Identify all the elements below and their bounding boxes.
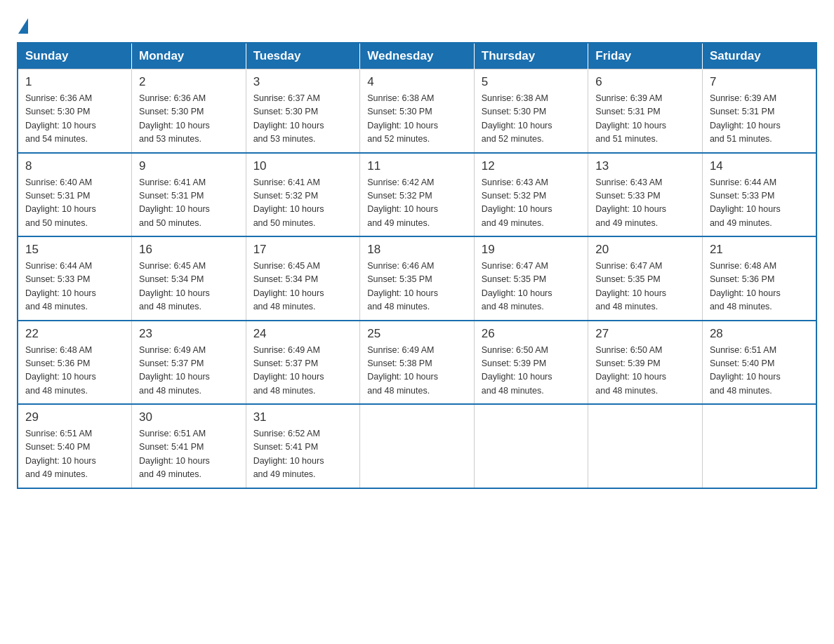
column-header-thursday: Thursday: [474, 43, 588, 69]
calendar-cell: 16 Sunrise: 6:45 AM Sunset: 5:34 PM Dayl…: [132, 236, 246, 321]
day-info: Sunrise: 6:52 AM Sunset: 5:41 PM Dayligh…: [253, 427, 353, 482]
day-info: Sunrise: 6:38 AM Sunset: 5:30 PM Dayligh…: [367, 92, 467, 147]
calendar-cell: 12 Sunrise: 6:43 AM Sunset: 5:32 PM Dayl…: [474, 153, 588, 237]
calendar-cell: 13 Sunrise: 6:43 AM Sunset: 5:33 PM Dayl…: [588, 153, 703, 237]
day-number: 24: [253, 327, 353, 341]
calendar-cell: 19 Sunrise: 6:47 AM Sunset: 5:35 PM Dayl…: [474, 236, 588, 321]
day-info: Sunrise: 6:45 AM Sunset: 5:34 PM Dayligh…: [139, 260, 239, 314]
day-number: 11: [367, 159, 467, 173]
day-info: Sunrise: 6:49 AM Sunset: 5:37 PM Dayligh…: [139, 344, 239, 398]
day-info: Sunrise: 6:41 AM Sunset: 5:31 PM Dayligh…: [139, 176, 239, 231]
calendar-cell: [588, 404, 703, 488]
day-info: Sunrise: 6:51 AM Sunset: 5:40 PM Dayligh…: [710, 344, 809, 398]
calendar-cell: 26 Sunrise: 6:50 AM Sunset: 5:39 PM Dayl…: [474, 321, 588, 405]
day-number: 6: [595, 75, 695, 89]
column-header-wednesday: Wednesday: [360, 43, 475, 69]
calendar-cell: 2 Sunrise: 6:36 AM Sunset: 5:30 PM Dayli…: [132, 69, 246, 153]
day-info: Sunrise: 6:38 AM Sunset: 5:30 PM Dayligh…: [482, 92, 581, 147]
week-row-4: 22 Sunrise: 6:48 AM Sunset: 5:36 PM Dayl…: [18, 321, 816, 405]
calendar-cell: 29 Sunrise: 6:51 AM Sunset: 5:40 PM Dayl…: [18, 404, 132, 488]
day-info: Sunrise: 6:37 AM Sunset: 5:30 PM Dayligh…: [253, 92, 353, 147]
page-header: [17, 17, 817, 31]
calendar-cell: 23 Sunrise: 6:49 AM Sunset: 5:37 PM Dayl…: [132, 321, 246, 405]
calendar-cell: 9 Sunrise: 6:41 AM Sunset: 5:31 PM Dayli…: [132, 153, 246, 237]
day-number: 30: [139, 410, 239, 424]
day-number: 31: [253, 410, 353, 424]
day-number: 23: [139, 327, 239, 341]
calendar-cell: 25 Sunrise: 6:49 AM Sunset: 5:38 PM Dayl…: [360, 321, 475, 405]
day-number: 15: [25, 243, 124, 257]
day-info: Sunrise: 6:49 AM Sunset: 5:38 PM Dayligh…: [367, 344, 467, 398]
calendar-cell: 7 Sunrise: 6:39 AM Sunset: 5:31 PM Dayli…: [702, 69, 816, 153]
calendar-cell: 15 Sunrise: 6:44 AM Sunset: 5:33 PM Dayl…: [18, 236, 132, 321]
day-info: Sunrise: 6:44 AM Sunset: 5:33 PM Dayligh…: [710, 176, 809, 231]
day-number: 16: [139, 243, 239, 257]
calendar-cell: 17 Sunrise: 6:45 AM Sunset: 5:34 PM Dayl…: [246, 236, 360, 321]
day-number: 5: [482, 75, 581, 89]
day-number: 12: [482, 159, 581, 173]
day-info: Sunrise: 6:51 AM Sunset: 5:40 PM Dayligh…: [25, 427, 124, 482]
calendar-cell: 6 Sunrise: 6:39 AM Sunset: 5:31 PM Dayli…: [588, 69, 703, 153]
calendar-cell: 10 Sunrise: 6:41 AM Sunset: 5:32 PM Dayl…: [246, 153, 360, 237]
calendar-cell: 31 Sunrise: 6:52 AM Sunset: 5:41 PM Dayl…: [246, 404, 360, 488]
week-row-1: 1 Sunrise: 6:36 AM Sunset: 5:30 PM Dayli…: [18, 69, 816, 153]
day-number: 22: [25, 327, 124, 341]
day-number: 7: [710, 75, 809, 89]
day-info: Sunrise: 6:36 AM Sunset: 5:30 PM Dayligh…: [139, 92, 239, 147]
day-number: 3: [253, 75, 353, 89]
day-info: Sunrise: 6:40 AM Sunset: 5:31 PM Dayligh…: [25, 176, 124, 231]
week-row-3: 15 Sunrise: 6:44 AM Sunset: 5:33 PM Dayl…: [18, 236, 816, 321]
day-info: Sunrise: 6:39 AM Sunset: 5:31 PM Dayligh…: [710, 92, 809, 147]
day-number: 20: [595, 243, 695, 257]
calendar-cell: 24 Sunrise: 6:49 AM Sunset: 5:37 PM Dayl…: [246, 321, 360, 405]
week-row-2: 8 Sunrise: 6:40 AM Sunset: 5:31 PM Dayli…: [18, 153, 816, 237]
calendar-cell: 30 Sunrise: 6:51 AM Sunset: 5:41 PM Dayl…: [132, 404, 246, 488]
logo: [17, 17, 28, 31]
day-number: 4: [367, 75, 467, 89]
day-number: 8: [25, 159, 124, 173]
column-header-sunday: Sunday: [18, 43, 132, 69]
calendar-cell: 4 Sunrise: 6:38 AM Sunset: 5:30 PM Dayli…: [360, 69, 475, 153]
calendar-cell: 5 Sunrise: 6:38 AM Sunset: 5:30 PM Dayli…: [474, 69, 588, 153]
day-number: 21: [710, 243, 809, 257]
day-number: 28: [710, 327, 809, 341]
calendar-cell: 3 Sunrise: 6:37 AM Sunset: 5:30 PM Dayli…: [246, 69, 360, 153]
day-number: 25: [367, 327, 467, 341]
column-header-tuesday: Tuesday: [246, 43, 360, 69]
day-number: 13: [595, 159, 695, 173]
calendar-cell: [702, 404, 816, 488]
day-number: 27: [595, 327, 695, 341]
calendar-cell: 21 Sunrise: 6:48 AM Sunset: 5:36 PM Dayl…: [702, 236, 816, 321]
day-info: Sunrise: 6:39 AM Sunset: 5:31 PM Dayligh…: [595, 92, 695, 147]
day-info: Sunrise: 6:43 AM Sunset: 5:33 PM Dayligh…: [595, 176, 695, 231]
day-number: 19: [482, 243, 581, 257]
day-info: Sunrise: 6:50 AM Sunset: 5:39 PM Dayligh…: [595, 344, 695, 398]
day-info: Sunrise: 6:50 AM Sunset: 5:39 PM Dayligh…: [482, 344, 581, 398]
column-header-friday: Friday: [588, 43, 703, 69]
day-info: Sunrise: 6:46 AM Sunset: 5:35 PM Dayligh…: [367, 260, 467, 314]
calendar-table: SundayMondayTuesdayWednesdayThursdayFrid…: [17, 42, 817, 489]
calendar-cell: 14 Sunrise: 6:44 AM Sunset: 5:33 PM Dayl…: [702, 153, 816, 237]
calendar-cell: 20 Sunrise: 6:47 AM Sunset: 5:35 PM Dayl…: [588, 236, 703, 321]
calendar-cell: [360, 404, 475, 488]
day-info: Sunrise: 6:45 AM Sunset: 5:34 PM Dayligh…: [253, 260, 353, 314]
day-number: 10: [253, 159, 353, 173]
day-info: Sunrise: 6:48 AM Sunset: 5:36 PM Dayligh…: [710, 260, 809, 314]
day-number: 14: [710, 159, 809, 173]
calendar-cell: 27 Sunrise: 6:50 AM Sunset: 5:39 PM Dayl…: [588, 321, 703, 405]
day-number: 9: [139, 159, 239, 173]
logo-triangle-icon: [18, 18, 28, 34]
calendar-cell: 18 Sunrise: 6:46 AM Sunset: 5:35 PM Dayl…: [360, 236, 475, 321]
day-number: 29: [25, 410, 124, 424]
day-info: Sunrise: 6:42 AM Sunset: 5:32 PM Dayligh…: [367, 176, 467, 231]
day-info: Sunrise: 6:43 AM Sunset: 5:32 PM Dayligh…: [482, 176, 581, 231]
calendar-cell: 28 Sunrise: 6:51 AM Sunset: 5:40 PM Dayl…: [702, 321, 816, 405]
day-info: Sunrise: 6:44 AM Sunset: 5:33 PM Dayligh…: [25, 260, 124, 314]
calendar-header-row: SundayMondayTuesdayWednesdayThursdayFrid…: [18, 43, 816, 69]
day-number: 17: [253, 243, 353, 257]
calendar-cell: 22 Sunrise: 6:48 AM Sunset: 5:36 PM Dayl…: [18, 321, 132, 405]
day-info: Sunrise: 6:51 AM Sunset: 5:41 PM Dayligh…: [139, 427, 239, 482]
day-info: Sunrise: 6:36 AM Sunset: 5:30 PM Dayligh…: [25, 92, 124, 147]
week-row-5: 29 Sunrise: 6:51 AM Sunset: 5:40 PM Dayl…: [18, 404, 816, 488]
column-header-saturday: Saturday: [702, 43, 816, 69]
